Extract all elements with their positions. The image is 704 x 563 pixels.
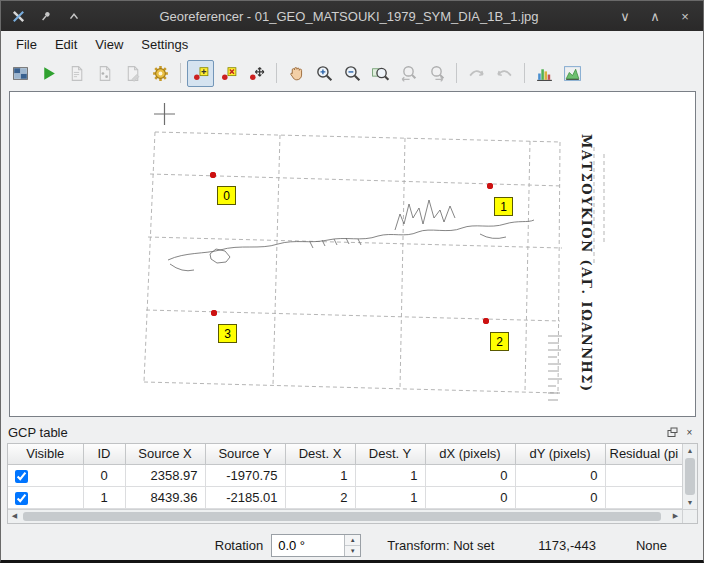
pan-button[interactable] xyxy=(283,60,310,87)
full-histogram-stretch-button[interactable] xyxy=(531,60,558,87)
zoom-to-layer-button[interactable] xyxy=(367,60,394,87)
cell-id[interactable]: 0 xyxy=(83,464,125,486)
column-header-dest-y[interactable]: Dest. Y xyxy=(355,444,425,464)
gcp-table-horizontal-scrollbar[interactable]: ◀ ▶ xyxy=(8,509,682,523)
menu-edit[interactable]: Edit xyxy=(46,33,86,56)
link-qgis-icon xyxy=(495,64,514,83)
gcp-table-row-0[interactable]: 0 2358.97 -1970.75 1 1 0 0 xyxy=(8,464,682,486)
vertical-scrollbar-thumb[interactable] xyxy=(685,458,695,495)
menu-view[interactable]: View xyxy=(86,33,132,56)
visible-checkbox[interactable] xyxy=(15,470,28,483)
cell-source-y[interactable]: -2185.01 xyxy=(205,486,285,508)
maximize-button[interactable]: ∧ xyxy=(645,9,665,24)
rotation-spinbox[interactable]: ▲ ▼ xyxy=(271,534,361,557)
scroll-down-button[interactable]: ▼ xyxy=(683,496,697,509)
local-histogram-stretch-button[interactable] xyxy=(559,60,586,87)
delete-point-icon xyxy=(219,64,238,83)
move-gcp-point-button[interactable] xyxy=(243,60,270,87)
x-logo-icon xyxy=(11,9,26,24)
add-point-icon xyxy=(191,64,210,83)
toolbar-separator xyxy=(276,63,277,83)
horizontal-scrollbar-thumb[interactable] xyxy=(23,512,661,521)
column-header-dy[interactable]: dY (pixels) xyxy=(515,444,605,464)
window-title: Georeferencer - 01_GEO_MATSOUKI_1979_SYM… xyxy=(83,9,615,24)
cell-dx[interactable]: 0 xyxy=(425,486,515,508)
transformation-settings-button[interactable] xyxy=(147,60,174,87)
gcp-table-panel: GCP table × xyxy=(1,423,703,524)
column-header-visible[interactable]: Visible xyxy=(8,444,83,464)
zoom-out-button[interactable] xyxy=(339,60,366,87)
shade-icon[interactable] xyxy=(65,7,83,25)
add-point-button[interactable] xyxy=(187,60,214,87)
visible-checkbox[interactable] xyxy=(15,492,28,505)
zoom-last-icon xyxy=(399,64,418,83)
open-raster-icon xyxy=(11,64,30,83)
open-raster-button[interactable] xyxy=(7,60,34,87)
gcp-table-area: Visible ID Source X Source Y Dest. X Des… xyxy=(7,443,698,524)
cell-residual[interactable] xyxy=(605,486,682,508)
title-bar[interactable]: Georeferencer - 01_GEO_MATSOUKI_1979_SYM… xyxy=(1,1,703,31)
map-canvas[interactable]: ΜΑΤΣΟΥΚΙΟΝ (ΑΓ. ΙΩΑΝΝΗΣ) 0 1 2 xyxy=(9,91,696,417)
column-header-id[interactable]: ID xyxy=(83,444,125,464)
gcp-panel-title: GCP table xyxy=(8,425,68,440)
rotation-decrement-button[interactable]: ▼ xyxy=(345,546,360,556)
rotation-value-input[interactable] xyxy=(272,535,344,556)
save-gcp-icon xyxy=(123,64,142,83)
column-header-source-x[interactable]: Source X xyxy=(125,444,205,464)
gcp-table: Visible ID Source X Source Y Dest. X Des… xyxy=(8,444,682,509)
cell-source-x[interactable]: 2358.97 xyxy=(125,464,205,486)
cell-source-x[interactable]: 8439.36 xyxy=(125,486,205,508)
cell-dy[interactable]: 0 xyxy=(515,464,605,486)
column-header-source-y[interactable]: Source Y xyxy=(205,444,285,464)
zoom-in-icon xyxy=(315,64,334,83)
gcp-table-vertical-scrollbar[interactable]: ▲ ▼ xyxy=(683,444,697,509)
rotation-increment-button[interactable]: ▲ xyxy=(345,535,360,546)
column-header-dx[interactable]: dX (pixels) xyxy=(425,444,515,464)
cell-dest-x[interactable]: 1 xyxy=(285,464,355,486)
cell-source-y[interactable]: -1970.75 xyxy=(205,464,285,486)
menu-file[interactable]: File xyxy=(7,33,46,56)
panel-float-button[interactable] xyxy=(666,426,679,439)
zoom-next-icon xyxy=(427,64,446,83)
cell-dest-y[interactable]: 1 xyxy=(355,464,425,486)
cursor-coordinates: 1173,-443 xyxy=(538,538,596,553)
gcp-point-icon xyxy=(211,310,217,316)
gcp-table-row-1[interactable]: 1 8439.36 -2185.01 2 1 0 0 xyxy=(8,486,682,508)
gcp-marker-label: 0 xyxy=(217,186,236,205)
gear-icon xyxy=(151,64,170,83)
column-header-residual[interactable]: Residual (pi xyxy=(605,444,682,464)
load-gcp-icon xyxy=(95,64,114,83)
cell-dest-y[interactable]: 1 xyxy=(355,486,425,508)
menu-settings[interactable]: Settings xyxy=(132,33,197,56)
panel-close-button[interactable]: × xyxy=(683,426,696,439)
cell-id[interactable]: 1 xyxy=(83,486,125,508)
pin-icon[interactable] xyxy=(37,7,55,25)
minimize-button[interactable]: ∨ xyxy=(615,9,635,24)
crs-status: None xyxy=(636,538,667,553)
gcp-marker-2[interactable]: 2 xyxy=(483,318,523,358)
gcp-marker-1[interactable]: 1 xyxy=(487,183,527,223)
start-georeferencing-button[interactable] xyxy=(35,60,62,87)
rotation-label: Rotation xyxy=(215,538,263,553)
local-histogram-icon xyxy=(563,64,582,83)
close-button[interactable]: × xyxy=(675,9,695,24)
scroll-up-button[interactable]: ▲ xyxy=(683,444,697,457)
app-icon[interactable] xyxy=(9,7,27,25)
delete-point-button[interactable] xyxy=(215,60,242,87)
gcp-marker-0[interactable]: 0 xyxy=(210,172,250,212)
zoom-in-button[interactable] xyxy=(311,60,338,87)
cell-dx[interactable]: 0 xyxy=(425,464,515,486)
georeferencer-window: Georeferencer - 01_GEO_MATSOUKI_1979_SYM… xyxy=(0,0,704,563)
link-georeferencer-to-qgis-button xyxy=(463,60,490,87)
cell-dy[interactable]: 0 xyxy=(515,486,605,508)
scroll-right-button[interactable]: ▶ xyxy=(669,510,682,523)
zoom-last-button xyxy=(395,60,422,87)
cell-residual[interactable] xyxy=(605,464,682,486)
scrollbar-corner xyxy=(683,509,697,523)
column-header-dest-x[interactable]: Dest. X xyxy=(285,444,355,464)
gcp-marker-3[interactable]: 3 xyxy=(211,310,251,350)
zoom-out-icon xyxy=(343,64,362,83)
titlebar-left-buttons xyxy=(9,7,83,25)
cell-dest-x[interactable]: 2 xyxy=(285,486,355,508)
scroll-left-button[interactable]: ◀ xyxy=(8,510,21,523)
